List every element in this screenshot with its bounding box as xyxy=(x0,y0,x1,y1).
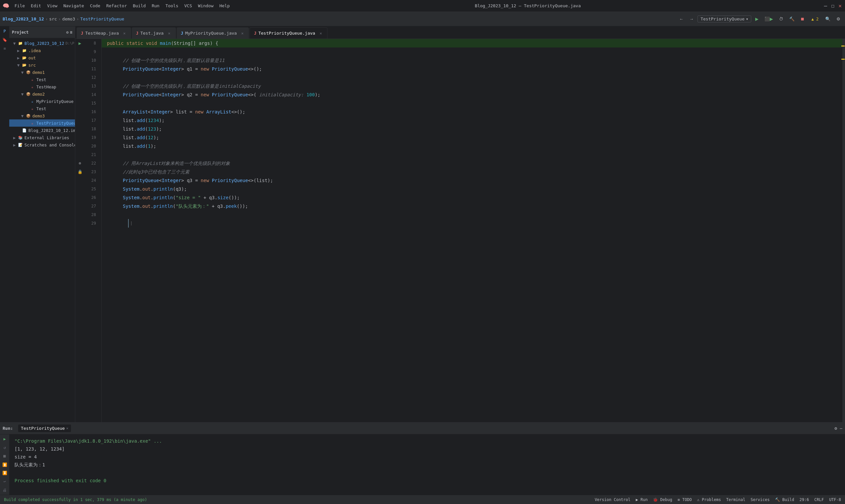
bookmark-toggle[interactable]: 🔖 xyxy=(1,36,8,43)
menu-edit[interactable]: Edit xyxy=(28,3,43,9)
bottom-minimize-icon[interactable]: — xyxy=(840,426,842,431)
tree-item-test2[interactable]: ☕ Test xyxy=(9,105,75,112)
library-icon: 📚 xyxy=(18,135,23,140)
status-crlf[interactable]: CRLF xyxy=(814,498,824,502)
bottom-settings-icon[interactable]: ⚙ xyxy=(834,426,837,431)
menu-code[interactable]: Code xyxy=(87,3,103,9)
tree-item-out[interactable]: ▶ 📂 out xyxy=(9,54,75,61)
kw-new: new xyxy=(195,108,203,116)
menu-tools[interactable]: Tools xyxy=(163,3,181,9)
tab-testpriorityqueue[interactable]: J TestPriorityQueue.java ✕ xyxy=(249,28,327,39)
close-button[interactable]: ✕ xyxy=(838,4,842,8)
tab-close-button[interactable]: ✕ xyxy=(318,31,323,36)
menu-run[interactable]: Run xyxy=(149,3,162,9)
status-version-control[interactable]: Version Control xyxy=(595,498,631,502)
status-problems[interactable]: ⚠ Problems xyxy=(697,498,721,502)
breadcrumb-project[interactable]: Blog_J2023_10_12 xyxy=(3,17,44,21)
menu-vcs[interactable]: VCS xyxy=(181,3,194,9)
tab-close-button[interactable]: ✕ xyxy=(240,31,245,36)
editor-scrollbar[interactable] xyxy=(842,39,845,461)
menu-refactor[interactable]: Refactor xyxy=(104,3,130,9)
panel-settings-icon[interactable]: ⚙ xyxy=(66,30,69,35)
code-line-29: | xyxy=(102,219,842,228)
tree-item-scratches[interactable]: ▶ 📝 Scratches and Consoles xyxy=(9,141,75,148)
menu-build[interactable]: Build xyxy=(130,3,148,9)
menu-file[interactable]: File xyxy=(12,3,28,9)
fn-add: add xyxy=(137,133,145,142)
tab-test[interactable]: J Test.java ✕ xyxy=(132,28,176,39)
tree-item-project-root[interactable]: ▼ 📁 Blog_J2023_10_12 D:\Proje xyxy=(9,40,75,47)
tree-arrow: ▶ xyxy=(13,135,18,140)
breadcrumb-file[interactable]: TestPriorityQueue xyxy=(80,17,124,21)
status-services[interactable]: Services xyxy=(751,498,770,502)
comment-23: //此时q3中已经包含了三个元素 xyxy=(123,167,190,176)
line-num-29: 29 xyxy=(85,219,99,228)
tree-item-demo3[interactable]: ▼ 📦 demo3 xyxy=(9,112,75,120)
menu-help[interactable]: Help xyxy=(217,3,232,9)
status-terminal[interactable]: Terminal xyxy=(726,498,745,502)
tab-mypriorityqueue[interactable]: J MyPriorityQueue.java ✕ xyxy=(177,28,249,39)
tree-item-idea[interactable]: ▶ 📁 .idea xyxy=(9,47,75,54)
tree-item-iml[interactable]: 📄 Blog_J2023_10_12.iml xyxy=(9,127,75,134)
status-bar: Build completed successfully in 1 sec, 3… xyxy=(0,495,845,504)
debug-button[interactable]: ⬛▶ xyxy=(762,15,775,23)
tree-item-demo1[interactable]: ▼ 📦 demo1 xyxy=(9,69,75,76)
package-icon: 📦 xyxy=(26,91,31,97)
line-num-27: 27 xyxy=(85,202,99,211)
fn-main: main xyxy=(160,39,171,48)
line-num-26: 26 xyxy=(85,193,99,202)
menu-view[interactable]: View xyxy=(45,3,60,9)
minimize-button[interactable]: — xyxy=(823,4,828,8)
search-everywhere-button[interactable]: 🔍 xyxy=(823,15,832,23)
breadcrumb-src[interactable]: src xyxy=(49,17,57,21)
project-panel-toggle[interactable]: P xyxy=(1,28,8,35)
status-run[interactable]: ▶ Run xyxy=(636,498,648,502)
tree-item-testpriorityqueue[interactable]: ☕ TestPriorityQueue xyxy=(9,120,75,127)
build-button[interactable]: 🔨 xyxy=(787,15,796,23)
tree-label: External Libraries xyxy=(24,135,69,140)
stop-button[interactable]: ⏹ xyxy=(798,15,807,23)
forward-button[interactable]: → xyxy=(687,15,696,23)
maximize-button[interactable]: ☐ xyxy=(830,4,835,8)
breadcrumb-demo3[interactable]: demo3 xyxy=(62,17,75,21)
gutter-row-26 xyxy=(75,193,85,202)
cls-system: System xyxy=(123,193,140,202)
tab-close-button[interactable]: ✕ xyxy=(167,31,172,36)
run-button[interactable]: ▶ xyxy=(753,15,760,23)
tab-close-button[interactable]: ✕ xyxy=(122,31,127,36)
coverage-button[interactable]: ⏱ xyxy=(777,15,785,23)
tree-item-test1[interactable]: ☕ Test xyxy=(9,76,75,83)
status-debug[interactable]: 🐞 Debug xyxy=(653,498,672,502)
menu-window[interactable]: Window xyxy=(195,3,216,9)
back-button[interactable]: ← xyxy=(677,15,685,23)
code-content[interactable]: public static void main (String[] args) … xyxy=(102,39,842,461)
str-peek: "队头元素为：" xyxy=(176,202,209,211)
comment-13: // 创建一个空的优先级队列，底层默认容量是initialCapacity xyxy=(123,82,261,90)
kw-new: new xyxy=(201,176,209,185)
panel-menu-icon[interactable]: ≡ xyxy=(70,30,72,35)
structure-toggle[interactable]: ≡ xyxy=(1,45,8,52)
breadcrumb-sep1: › xyxy=(45,17,48,21)
line-num-24: 24 xyxy=(85,176,99,185)
tree-arrow: ▼ xyxy=(21,113,26,119)
tree-item-mypriorityqueue[interactable]: ☕ MyPriorityQueue xyxy=(9,97,75,105)
run-configuration[interactable]: TestPriorityQueue ▾ xyxy=(698,16,751,22)
status-todo[interactable]: ≡ TODO xyxy=(677,498,692,502)
tree-item-extlibs[interactable]: ▶ 📚 External Libraries xyxy=(9,134,75,141)
tree-item-src[interactable]: ▼ 📂 src xyxy=(9,61,75,69)
status-build[interactable]: 🔨 Build xyxy=(775,498,794,502)
status-charset[interactable]: UTF-8 xyxy=(829,498,841,502)
tree-item-demo2[interactable]: ▼ 📦 demo2 xyxy=(9,90,75,97)
gutter-row-25 xyxy=(75,185,85,193)
settings-button[interactable]: ⚙ xyxy=(834,15,842,23)
warning-marker-1 xyxy=(841,46,845,47)
menu-navigate[interactable]: Navigate xyxy=(61,3,87,9)
space xyxy=(143,39,146,48)
line-num-12: 12 xyxy=(85,73,99,82)
gutter-row-18 xyxy=(75,125,85,133)
tab-testheap[interactable]: J TestHeap.java ✕ xyxy=(76,28,131,39)
menu-bar: File Edit View Navigate Code Refactor Bu… xyxy=(12,3,232,9)
toolbar-right: ← → TestPriorityQueue ▾ ▶ ⬛▶ ⏱ 🔨 ⏹ ▲ 2 🔍… xyxy=(677,15,842,23)
warning-count: ▲ 2 xyxy=(811,17,818,21)
tree-item-testheap[interactable]: ☕ TestHeap xyxy=(9,83,75,90)
